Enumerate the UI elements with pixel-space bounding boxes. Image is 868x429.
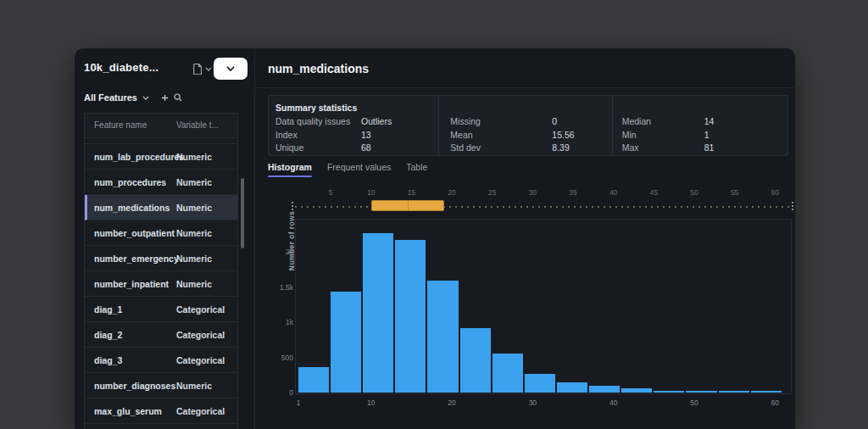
- histogram-plot-area[interactable]: [295, 219, 792, 394]
- page-title: num_medications: [268, 62, 369, 75]
- column-header-variable-type: Variable t...: [176, 120, 219, 130]
- x-tick-20: 20: [448, 398, 455, 407]
- slider-tick-60: 60: [771, 188, 779, 197]
- summary-column-2: Median14Min1Max81: [612, 96, 787, 155]
- feature-name: diag_3: [94, 355, 122, 365]
- desktop-background: 10k_diabete... All Features: [0, 0, 868, 429]
- stat-label: Std dev: [450, 142, 481, 153]
- histogram-bar-57: [751, 391, 782, 393]
- y-tick-1.5k: 1.5k: [280, 283, 293, 292]
- feature-row-num_procedures[interactable]: num_proceduresNumeric: [85, 170, 237, 195]
- scrolled-row-sliver: [85, 138, 237, 144]
- variable-type: Categorical: [176, 304, 225, 315]
- x-tick-40: 40: [609, 398, 617, 407]
- chevron-down-icon[interactable]: [205, 67, 212, 71]
- feature-name: number_emergency: [94, 254, 179, 264]
- feature-name: diag_2: [94, 330, 122, 340]
- slider-tick-5: 5: [329, 188, 333, 197]
- range-slider-track[interactable]: [295, 206, 790, 208]
- y-tick-1k: 1k: [286, 318, 293, 326]
- x-tick-50: 50: [690, 398, 698, 407]
- variable-type: Numeric: [176, 381, 212, 391]
- feature-row-num_lab_procedures[interactable]: num_lab_proceduresNumeric: [85, 144, 237, 170]
- histogram-bar-29: [525, 374, 555, 393]
- variable-type: Numeric: [176, 254, 212, 264]
- dataset-title[interactable]: 10k_diabete...: [84, 61, 159, 74]
- chevron-down-icon[interactable]: [142, 96, 149, 100]
- add-icon[interactable]: [161, 94, 169, 102]
- slider-tick-15: 15: [408, 188, 415, 197]
- variable-type: Categorical: [176, 406, 225, 416]
- feature-name: number_outpatient: [94, 228, 175, 238]
- variable-type: Numeric: [176, 203, 212, 213]
- features-filter-bar: All Features: [84, 91, 182, 104]
- histogram-bar-9: [363, 233, 393, 393]
- feature-row-diag_2[interactable]: diag_2Categorical: [85, 322, 237, 348]
- y-tick-0: 0: [289, 388, 293, 397]
- slider-tick-20: 20: [448, 188, 455, 197]
- feature-name: number_diagnoses: [94, 381, 175, 391]
- tab-frequent-values[interactable]: Frequent values: [327, 162, 391, 177]
- chevron-down-icon: [226, 66, 235, 71]
- feature-row-diag_1[interactable]: diag_1Categorical: [85, 297, 237, 322]
- stat-label: Data quality issues: [275, 116, 350, 126]
- panel-expand-button[interactable]: [214, 58, 248, 80]
- slider-tick-50: 50: [690, 188, 698, 197]
- stat-label: Unique: [275, 142, 303, 153]
- stat-label: Median: [622, 116, 651, 126]
- sidebar: 10k_diabete... All Features: [75, 48, 254, 429]
- slider-tick-30: 30: [529, 188, 537, 197]
- variable-type: Categorical: [176, 330, 225, 340]
- feature-name: diag_1: [94, 304, 122, 315]
- stat-value: 13: [361, 130, 371, 140]
- summary-panel: Summary statisticsData quality issuesOut…: [268, 95, 788, 156]
- stat-value: 81: [704, 142, 715, 153]
- x-tick-30: 30: [529, 398, 537, 407]
- histogram-bar-5: [331, 292, 361, 393]
- variable-type: Numeric: [176, 228, 212, 238]
- feature-row-number_emergency[interactable]: number_emergencyNumeric: [85, 246, 237, 271]
- feature-name: number_inpatient: [94, 279, 169, 289]
- stat-value: 14: [704, 116, 715, 126]
- stat-value: Outliers: [361, 116, 392, 126]
- histogram-bar-21: [460, 328, 491, 393]
- variable-type: Numeric: [176, 279, 212, 289]
- feature-row-max_glu_serum[interactable]: max_glu_serumCategorical: [85, 398, 237, 424]
- scrollbar[interactable]: [241, 178, 244, 248]
- summary-column-0: Summary statisticsData quality issuesOut…: [269, 96, 438, 155]
- feature-table-header: Feature name Variable t...: [85, 114, 237, 138]
- divider: [254, 87, 795, 88]
- summary-column-1: Missing0Mean15.56Std dev8.39: [438, 96, 611, 155]
- stat-value: 15.56: [552, 130, 574, 140]
- range-slider-selection[interactable]: [371, 200, 444, 211]
- histogram-bar-49: [686, 391, 716, 393]
- feature-row-number_diagnoses[interactable]: number_diagnosesNumeric: [85, 373, 237, 398]
- main-panel: num_medications Summary statisticsData q…: [254, 48, 795, 429]
- histogram-bar-41: [621, 388, 652, 393]
- features-filter-dropdown[interactable]: All Features: [84, 92, 137, 103]
- stat-value: 68: [361, 142, 371, 153]
- feature-name: max_glu_serum: [94, 406, 162, 416]
- stat-label: Missing: [450, 116, 481, 126]
- range-slider-right-handle[interactable]: [792, 202, 793, 211]
- y-tick-2k: 2k: [286, 248, 293, 256]
- feature-table: Feature name Variable t... num_lab_proce…: [84, 113, 238, 429]
- stat-label: Max: [622, 142, 639, 153]
- slider-tick-55: 55: [731, 188, 738, 197]
- feature-row-number_outpatient[interactable]: number_outpatientNumeric: [85, 220, 237, 246]
- y-tick-500: 500: [281, 354, 293, 362]
- file-icon[interactable]: [193, 64, 203, 75]
- histogram-bar-33: [557, 382, 587, 393]
- tab-table[interactable]: Table: [406, 162, 427, 177]
- feature-row-diag_3[interactable]: diag_3Categorical: [85, 348, 237, 373]
- search-icon[interactable]: [174, 93, 182, 102]
- feature-row-number_inpatient[interactable]: number_inpatientNumeric: [85, 271, 237, 297]
- feature-name: num_medications: [94, 203, 170, 213]
- variable-type: Numeric: [176, 152, 212, 162]
- variable-type: Categorical: [176, 355, 225, 365]
- feature-name: num_procedures: [94, 177, 166, 187]
- column-header-feature-name: Feature name: [94, 120, 147, 130]
- feature-row-partial[interactable]: [85, 424, 237, 429]
- slider-tick-40: 40: [609, 188, 617, 197]
- feature-row-num_medications[interactable]: num_medicationsNumeric: [85, 195, 237, 220]
